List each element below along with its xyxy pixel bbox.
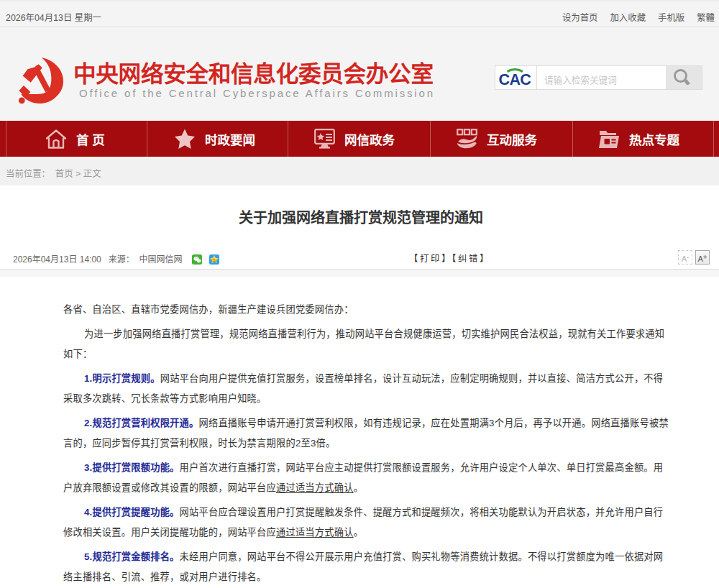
svg-text:CAC: CAC xyxy=(499,71,531,88)
